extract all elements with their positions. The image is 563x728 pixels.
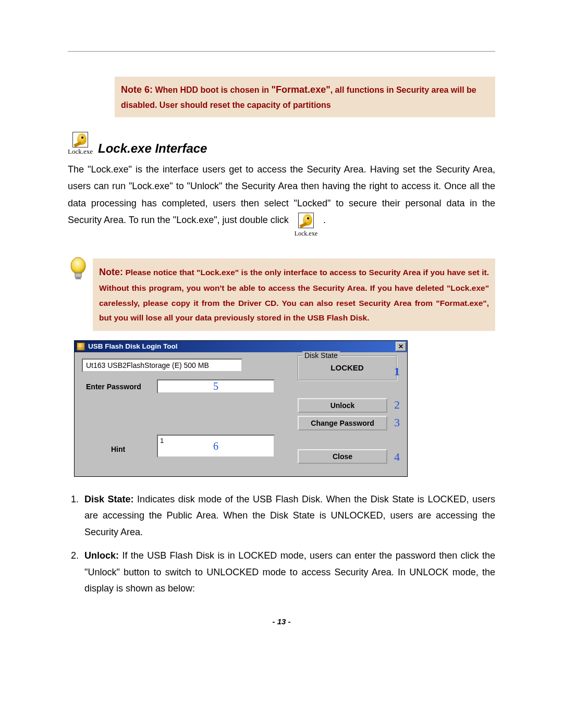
note6-box: Note 6: When HDD boot is chosen in "Form…: [115, 77, 495, 117]
inline-lockexe-caption: Lock.exe: [295, 228, 317, 240]
section-heading: Lock.exe Interface: [98, 141, 207, 156]
svg-rect-1: [75, 273, 81, 277]
note6-text-a: When HDD boot is chosen in: [155, 85, 271, 94]
item2-body: If the USB Flash Disk is in LOCKED mode,…: [84, 550, 495, 594]
dialog-titlebar: USB Flash Disk Login Tool ✕: [75, 341, 407, 352]
disk-state-groupbox: Disk State LOCKED: [298, 355, 397, 380]
list-item: Disk State: Indicates disk mode of the U…: [81, 491, 495, 541]
lightbulb-icon: [68, 256, 89, 286]
inline-lockexe-icon-block: Lock.exe: [295, 213, 317, 240]
note-row: Note: Please notice that "Lock.exe" is t…: [68, 258, 495, 331]
note6-label: Note 6:: [121, 84, 153, 95]
close-button[interactable]: Close: [298, 449, 387, 464]
password-annotation: 5: [213, 380, 218, 392]
hint-field[interactable]: 1 6: [157, 435, 275, 458]
device-info-field[interactable]: Ut163 USB2FlashStorage (E) 500 MB: [82, 359, 242, 372]
note6-format-exe: "Format.exe": [272, 84, 331, 95]
intro-paragraph: The "Lock.exe" is the interface users ge…: [68, 161, 495, 239]
close-icon: ✕: [398, 343, 403, 350]
lockexe-icon-caption: Lock.exe: [68, 147, 93, 156]
disk-state-title: Disk State: [302, 351, 340, 360]
login-dialog: USB Flash Disk Login Tool ✕ Ut163 USB2Fl…: [74, 340, 408, 477]
hint-annotation: 6: [158, 440, 274, 452]
enter-password-label: Enter Password: [86, 382, 141, 391]
dialog-title: USB Flash Disk Login Tool: [88, 342, 178, 350]
note-body: Please notice that "Lock.exe" is the onl…: [99, 268, 489, 323]
intro-text-b: .: [323, 215, 326, 225]
section-heading-row: Lock.exe Lock.exe Interface: [68, 132, 495, 156]
hint-label: Hint: [111, 445, 125, 453]
unlock-button[interactable]: Unlock: [298, 398, 387, 413]
intro-text-a: The "Lock.exe" is the interface users ge…: [68, 164, 495, 225]
item1-term: Disk State:: [84, 494, 134, 504]
lockexe-icon-block: Lock.exe: [68, 132, 93, 156]
dialog-body: Ut163 USB2FlashStorage (E) 500 MB Enter …: [75, 352, 407, 476]
titlebar-icon: [77, 342, 85, 351]
annotation-1: 1: [394, 365, 400, 378]
svg-point-0: [71, 257, 85, 274]
lockexe-icon: [72, 132, 88, 147]
document-page: Note 6: When HDD boot is chosen in "Form…: [0, 0, 563, 647]
svg-rect-2: [76, 277, 81, 279]
annotation-4: 4: [394, 450, 400, 464]
note-lead: Note:: [99, 267, 123, 277]
inline-lockexe-icon: [298, 213, 314, 228]
description-list: Disk State: Indicates disk mode of the U…: [68, 491, 495, 597]
password-input[interactable]: 5: [157, 379, 275, 393]
annotation-3: 3: [394, 416, 400, 429]
dialog-close-button[interactable]: ✕: [396, 342, 406, 351]
change-password-button[interactable]: Change Password: [298, 416, 387, 430]
annotation-2: 2: [394, 398, 400, 412]
item2-term: Unlock:: [84, 550, 119, 561]
list-item: Unlock: If the USB Flash Disk is in LOCK…: [81, 548, 495, 597]
item1-body: Indicates disk mode of the USB Flash Dis…: [84, 494, 495, 537]
page-number: - 13 -: [68, 617, 495, 626]
header-rule: [68, 51, 495, 52]
note-box: Note: Please notice that "Lock.exe" is t…: [93, 258, 495, 331]
